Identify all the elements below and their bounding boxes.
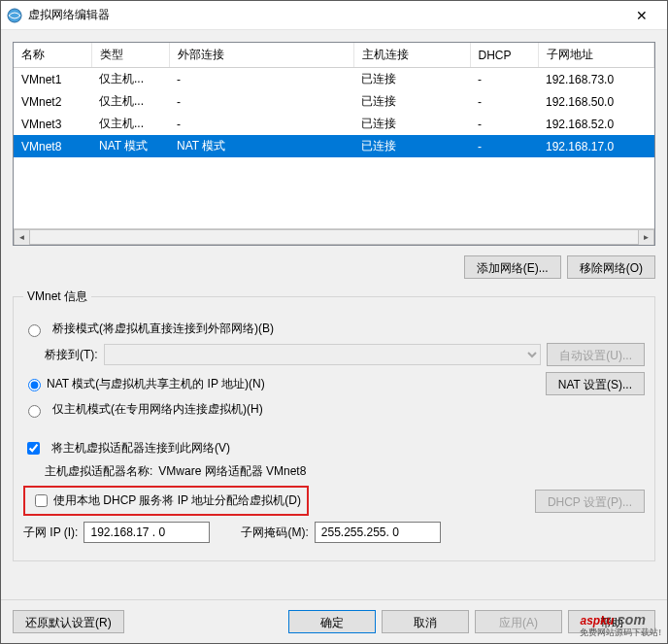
- column-header[interactable]: 子网地址: [538, 43, 654, 68]
- table-cell: 仅主机...: [91, 113, 169, 135]
- table-row[interactable]: VMnet8NAT 模式NAT 模式已连接-192.168.17.0: [14, 135, 654, 157]
- table-cell: -: [470, 135, 538, 157]
- host-adapter-check-label: 将主机虚拟适配器连接到此网络(V): [51, 440, 230, 457]
- table-row[interactable]: VMnet2仅主机...-已连接-192.168.50.0: [14, 90, 654, 113]
- host-adapter-name-label: 主机虚拟适配器名称:: [45, 463, 152, 480]
- apply-button: 应用(A): [475, 610, 562, 633]
- vmnet-info-legend: VMnet 信息: [23, 288, 91, 305]
- host-adapter-name-row: 主机虚拟适配器名称: VMware 网络适配器 VMnet8: [45, 463, 645, 480]
- host-adapter-checkbox[interactable]: [27, 442, 40, 455]
- auto-settings-button: 自动设置(U)...: [547, 343, 645, 366]
- help-button[interactable]: 帮助: [568, 610, 655, 633]
- nat-radio-wrap[interactable]: NAT 模式(与虚拟机共享主机的 IP 地址)(N): [23, 376, 265, 392]
- nat-radio-row: NAT 模式(与虚拟机共享主机的 IP 地址)(N) NAT 设置(S)...: [23, 372, 645, 395]
- scroll-left-button[interactable]: ◄: [14, 229, 30, 246]
- table-cell: 仅主机...: [91, 68, 169, 91]
- column-header[interactable]: 名称: [14, 43, 91, 68]
- network-table-container: 名称类型外部连接主机连接DHCP子网地址 VMnet1仅主机...-已连接-19…: [13, 42, 655, 246]
- table-cell: 192.168.73.0: [538, 68, 654, 91]
- table-cell: VMnet8: [14, 135, 91, 157]
- host-adapter-name-value: VMware 网络适配器 VMnet8: [158, 463, 306, 480]
- table-cell: 192.168.50.0: [538, 90, 654, 113]
- dialog-body: 名称类型外部连接主机连接DHCP子网地址 VMnet1仅主机...-已连接-19…: [1, 30, 667, 599]
- nat-radio-label: NAT 模式(与虚拟机共享主机的 IP 地址)(N): [47, 376, 265, 392]
- table-cell: -: [470, 68, 538, 91]
- titlebar: 虚拟网络编辑器 ✕: [1, 1, 667, 30]
- subnet-ip-label: 子网 IP (I):: [23, 525, 78, 541]
- bridged-radio[interactable]: [28, 324, 41, 337]
- virtual-network-editor-window: 虚拟网络编辑器 ✕ 名称类型外部连接主机连接DHCP子网地址 VMnet1仅主机…: [0, 0, 668, 644]
- table-row[interactable]: VMnet3仅主机...-已连接-192.168.52.0: [14, 113, 654, 135]
- table-cell: 已连接: [353, 135, 470, 157]
- subnet-ip-input[interactable]: [84, 522, 210, 543]
- bridged-radio-label: 桥接模式(将虚拟机直接连接到外部网络)(B): [52, 321, 274, 337]
- table-cell: -: [169, 68, 353, 91]
- table-cell: -: [169, 113, 353, 135]
- table-cell: -: [470, 90, 538, 113]
- table-row[interactable]: VMnet1仅主机...-已连接-192.168.73.0: [14, 68, 654, 91]
- dhcp-row: 使用本地 DHCP 服务将 IP 地址分配给虚拟机(D) DHCP 设置(P).…: [23, 486, 645, 516]
- table-cell: NAT 模式: [91, 135, 169, 157]
- table-cell: 已连接: [353, 113, 470, 135]
- dhcp-settings-button: DHCP 设置(P)...: [535, 490, 645, 513]
- app-icon: [7, 8, 22, 23]
- table-cell: 已连接: [353, 90, 470, 113]
- scroll-track[interactable]: [30, 229, 638, 245]
- add-network-button[interactable]: 添加网络(E)...: [464, 255, 561, 279]
- dhcp-redbox: 使用本地 DHCP 服务将 IP 地址分配给虚拟机(D): [23, 486, 309, 516]
- table-cell: VMnet2: [14, 90, 91, 113]
- table-cell: 已连接: [353, 68, 470, 91]
- close-button[interactable]: ✕: [622, 8, 661, 23]
- table-cell: 仅主机...: [91, 90, 169, 113]
- subnet-row: 子网 IP (I): 子网掩码(M):: [23, 522, 645, 543]
- subnet-mask-input[interactable]: [315, 522, 441, 543]
- network-buttons-row: 添加网络(E)... 移除网络(O): [13, 255, 655, 279]
- table-cell: 192.168.17.0: [538, 135, 654, 157]
- cancel-button[interactable]: 取消: [382, 610, 469, 633]
- table-cell: -: [169, 90, 353, 113]
- window-title: 虚拟网络编辑器: [28, 7, 622, 23]
- hostonly-radio-label: 仅主机模式(在专用网络内连接虚拟机)(H): [52, 401, 263, 418]
- vmnet-info-group: VMnet 信息 桥接模式(将虚拟机直接连接到外部网络)(B) 桥接到(T): …: [13, 288, 655, 561]
- remove-network-button[interactable]: 移除网络(O): [567, 255, 655, 279]
- dhcp-check-label: 使用本地 DHCP 服务将 IP 地址分配给虚拟机(D): [53, 492, 301, 509]
- table-cell: -: [470, 113, 538, 135]
- svg-point-0: [8, 9, 21, 22]
- table-cell: NAT 模式: [169, 135, 353, 157]
- bridged-to-row: 桥接到(T): 自动设置(U)...: [45, 343, 645, 366]
- subnet-mask-label: 子网掩码(M):: [241, 525, 308, 541]
- table-cell: VMnet3: [14, 113, 91, 135]
- hostonly-radio-row[interactable]: 仅主机模式(在专用网络内连接虚拟机)(H): [23, 401, 645, 418]
- scroll-right-button[interactable]: ►: [638, 229, 654, 246]
- nat-radio[interactable]: [28, 379, 41, 391]
- hostonly-radio[interactable]: [28, 405, 41, 418]
- bridged-to-select: [104, 344, 542, 365]
- column-header[interactable]: 类型: [91, 43, 169, 68]
- column-header[interactable]: 主机连接: [353, 43, 470, 68]
- table-cell: VMnet1: [14, 68, 91, 91]
- bridged-to-label: 桥接到(T):: [45, 347, 98, 363]
- dialog-footer: 还原默认设置(R) 确定 取消 应用(A) 帮助: [1, 599, 667, 643]
- horizontal-scrollbar[interactable]: ◄ ►: [14, 228, 654, 245]
- nat-settings-button[interactable]: NAT 设置(S)...: [546, 372, 645, 395]
- network-table[interactable]: 名称类型外部连接主机连接DHCP子网地址 VMnet1仅主机...-已连接-19…: [14, 43, 654, 157]
- dhcp-checkbox[interactable]: [35, 494, 48, 507]
- table-cell: 192.168.52.0: [538, 113, 654, 135]
- ok-button[interactable]: 确定: [288, 610, 376, 633]
- restore-defaults-button[interactable]: 还原默认设置(R): [13, 610, 124, 633]
- bridged-radio-row[interactable]: 桥接模式(将虚拟机直接连接到外部网络)(B): [23, 321, 645, 337]
- column-header[interactable]: DHCP: [470, 43, 538, 68]
- column-header[interactable]: 外部连接: [169, 43, 353, 68]
- host-adapter-check-row[interactable]: 将主机虚拟适配器连接到此网络(V): [23, 439, 645, 458]
